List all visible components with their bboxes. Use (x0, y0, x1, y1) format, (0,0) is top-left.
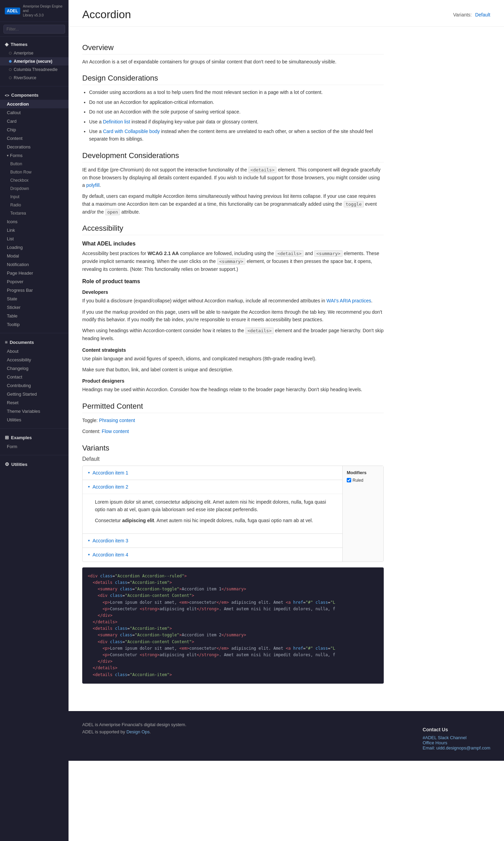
accordion-toggle-1[interactable]: ▾ Accordion item 1 (83, 466, 342, 480)
themes-section: ◈ Themes Ameriprise Ameriprise (secure) … (0, 37, 69, 85)
utilities-section: ⚙ Utilities (0, 457, 69, 472)
sidebar-item-about[interactable]: About (0, 347, 69, 356)
ruled-checkbox-input[interactable] (347, 478, 351, 482)
documents-section: ≡ Documents About Accessibility Changelo… (0, 335, 69, 427)
office-hours-link[interactable]: Office Hours (423, 740, 447, 745)
accessibility-heading: Accessibility (82, 224, 384, 235)
accordion-item-4-label: Accordion item 4 (93, 552, 128, 557)
sidebar-item-contributing[interactable]: Contributing (0, 381, 69, 390)
accordion-toggle-3[interactable]: ▾ Accordion item 3 (83, 534, 342, 548)
sidebar-item-ameriprise[interactable]: Ameriprise (0, 49, 69, 57)
sidebar-item-dropdown[interactable]: Dropdown (0, 184, 69, 193)
sidebar-item-contact[interactable]: Contact (0, 373, 69, 381)
components-label: Components (11, 93, 38, 98)
accordion-item-2: ▾ Accordion item 2 Lorem ipsum dolor sit… (83, 480, 342, 534)
dev-text1: If you build a disclosure (expand/collap… (82, 297, 384, 304)
sidebar-item-reset[interactable]: Reset (0, 398, 69, 407)
sidebar-item-checkbox[interactable]: Checkbox (0, 176, 69, 184)
sidebar-item-radio[interactable]: Radio (0, 201, 69, 209)
email-link[interactable]: Email: uidd.designops@ampf.com (423, 745, 490, 750)
utilities-label: Utilities (11, 462, 27, 467)
variants-info: Variants: Default (453, 12, 490, 17)
phrasing-content-link[interactable]: Phrasing content (99, 418, 135, 423)
sidebar-item-card[interactable]: Card (0, 117, 69, 125)
components-section: <> Components Accordion Callout Card Chi… (0, 88, 69, 332)
ruled-modifier-checkbox[interactable]: Ruled (347, 478, 379, 483)
examples-header[interactable]: ⊞ Examples (0, 433, 69, 442)
sidebar-item-loading[interactable]: Loading (0, 243, 69, 252)
accordion-toggle-4[interactable]: ▾ Accordion item 4 (83, 548, 342, 562)
bullet-item: Do not use an Accordion with the sole pu… (89, 108, 384, 116)
accordion-item-3-label: Accordion item 3 (93, 538, 128, 543)
variants-default-link[interactable]: Default (475, 12, 490, 17)
sidebar-item-utilities-doc[interactable]: Utilities (0, 416, 69, 424)
sidebar-item-table[interactable]: Table (0, 312, 69, 320)
sidebar-item-page-header[interactable]: Page Header (0, 269, 69, 277)
sidebar-item-textarea[interactable]: Textarea (0, 209, 69, 217)
contact-heading: Contact Us (423, 727, 490, 732)
flow-content-link[interactable]: Flow content (102, 429, 129, 434)
polyfill-link[interactable]: polyfill (86, 182, 100, 188)
sidebar-item-list[interactable]: List (0, 235, 69, 243)
sidebar-item-theme-variables[interactable]: Theme Variables (0, 407, 69, 416)
themes-header[interactable]: ◈ Themes (0, 39, 69, 49)
filter-area[interactable] (0, 22, 69, 37)
divider (0, 428, 69, 429)
sidebar-item-sticker[interactable]: Sticker (0, 303, 69, 312)
sidebar-item-chip[interactable]: Chip (0, 125, 69, 134)
footer-line2: ADEL is supported by Design Ops. (82, 729, 186, 736)
sidebar-item-accessibility[interactable]: Accessibility (0, 356, 69, 364)
sidebar-item-changelog[interactable]: Changelog (0, 364, 69, 373)
dev-text2: If you use the markup provided on this p… (82, 308, 384, 324)
divider (0, 86, 69, 86)
sidebar-item-progress-bar[interactable]: Progress Bar (0, 286, 69, 295)
dev-para2: By default, users can expand multiple Ac… (82, 192, 384, 216)
bullet-item: Do not use an Accordion for application-… (89, 98, 384, 106)
sidebar-item-form[interactable]: Form (0, 442, 69, 451)
sidebar-item-state[interactable]: State (0, 295, 69, 303)
wai-link[interactable]: WAI's ARIA practices (327, 298, 371, 303)
sidebar-item-notification[interactable]: Notification (0, 260, 69, 269)
modifiers-title: Modifiers (347, 470, 379, 475)
sidebar-item-button[interactable]: Button (0, 160, 69, 168)
definition-list-link[interactable]: Definition list (103, 119, 130, 124)
divider (0, 455, 69, 455)
card-collapsible-link[interactable]: Card with Collapsible body (103, 129, 160, 134)
design-bullets: Consider using accordions as a tool to h… (89, 88, 384, 143)
adel-badge: ADEL (5, 8, 20, 14)
sidebar-item-forms[interactable]: ▾Forms (0, 151, 69, 160)
sidebar-item-icons[interactable]: Icons (0, 217, 69, 226)
variants-heading: Variants (82, 444, 384, 453)
accordion-content-2: Lorem ipsum dolor sit amet, consectetur … (83, 494, 342, 533)
sidebar-item-riversource[interactable]: RiverSource (0, 74, 69, 82)
sidebar-item-accordion[interactable]: Accordion (0, 100, 69, 108)
sidebar-item-tooltip[interactable]: Tooltip (0, 320, 69, 329)
sidebar-item-input[interactable]: Input (0, 193, 69, 201)
sidebar-item-callout[interactable]: Callout (0, 108, 69, 117)
divider (0, 333, 69, 333)
sidebar-item-popover[interactable]: Popover (0, 277, 69, 286)
accordion-toggle-2[interactable]: ▾ Accordion item 2 (83, 480, 342, 494)
sidebar-item-modal[interactable]: Modal (0, 252, 69, 260)
slack-link[interactable]: #ADEL Slack Channel (423, 735, 467, 740)
footer-line1: ADEL is Ameriprise Financial's digital d… (82, 721, 186, 729)
sidebar: ADEL Ameriprise Design Engine and Librar… (0, 0, 69, 841)
page-header: Accordion Variants: Default (69, 0, 504, 27)
sidebar-item-getting-started[interactable]: Getting Started (0, 390, 69, 398)
sidebar-item-link[interactable]: Link (0, 226, 69, 235)
sidebar-item-ameriprise-secure[interactable]: Ameriprise (secure) (0, 57, 69, 65)
dev-para1: IE and Edge (pre-Chromium) do not suppor… (82, 166, 384, 189)
overview-heading: Overview (82, 43, 384, 55)
sidebar-item-button-row[interactable]: Button Row (0, 168, 69, 176)
components-header[interactable]: <> Components (0, 91, 69, 100)
filter-input[interactable] (3, 25, 65, 34)
sidebar-item-content[interactable]: Content (0, 134, 69, 143)
sidebar-item-decorations[interactable]: Decorations (0, 143, 69, 151)
sidebar-item-columbia[interactable]: Columbia Threadneedle (0, 65, 69, 74)
main-body: Overview An Accordion is a set of expand… (69, 27, 397, 697)
utilities-header[interactable]: ⚙ Utilities (0, 459, 69, 469)
design-ops-link[interactable]: Design Ops (126, 729, 150, 734)
content-text2: Make sure that button, link, and label c… (82, 366, 384, 373)
examples-section: ⊞ Examples Form (0, 430, 69, 454)
documents-header[interactable]: ≡ Documents (0, 337, 69, 347)
